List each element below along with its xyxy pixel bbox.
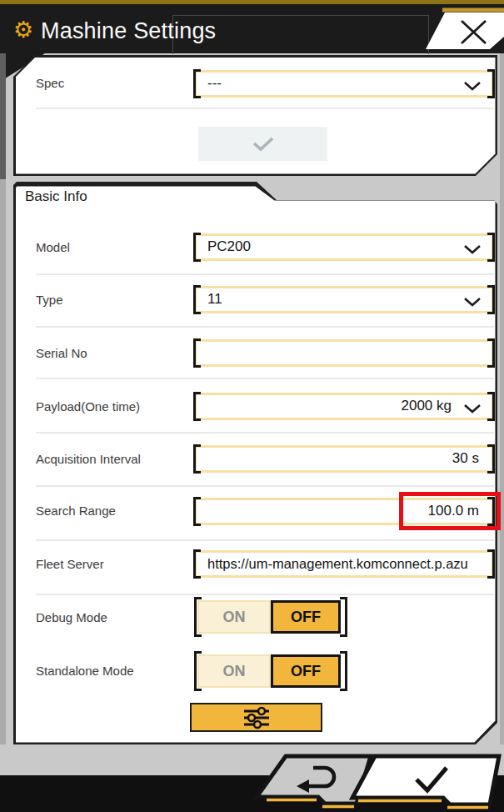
close-button-shape: [426, 13, 504, 49]
fleet-server-input[interactable]: https://um-management.komconnect.p.azu: [194, 550, 494, 578]
debug-mode-label: Debug Mode: [36, 610, 107, 624]
chevron-down-icon: [463, 297, 482, 308]
debug-mode-off-option[interactable]: OFF: [271, 600, 341, 634]
sliders-icon: [241, 706, 272, 729]
spec-value: ---: [197, 73, 492, 95]
divider: [36, 273, 494, 275]
model-label: Model: [36, 240, 70, 254]
divider: [36, 108, 494, 109]
divider: [36, 594, 494, 595]
divider: [36, 539, 494, 541]
debug-mode-toggle[interactable]: ON OFF: [197, 600, 344, 634]
serial-no-input[interactable]: [194, 339, 494, 367]
debug-mode-on-option[interactable]: ON: [197, 600, 271, 634]
standalone-mode-off-option[interactable]: OFF: [271, 654, 341, 688]
acquisition-interval-label: Acquisition Interval: [36, 452, 141, 466]
type-value: 11: [197, 288, 492, 311]
confirm-button[interactable]: [352, 756, 499, 808]
page-title: Mashine Settings: [41, 18, 216, 44]
chevron-down-icon: [463, 244, 482, 255]
payload-label: Payload(One time): [36, 399, 140, 414]
spec-label: Spec: [36, 76, 64, 90]
serial-no-value: [197, 342, 492, 364]
standalone-mode-label: Standalone Mode: [36, 664, 134, 678]
right-edge-shade: [500, 53, 504, 744]
advanced-settings-button[interactable]: [190, 703, 322, 732]
check-icon: [252, 136, 275, 152]
fleet-server-value: https://um-management.komconnect.p.azu: [197, 553, 492, 575]
payload-value: 2000 kg: [197, 395, 492, 418]
standalone-mode-on-option[interactable]: ON: [197, 654, 271, 688]
chevron-down-icon: [463, 81, 482, 92]
search-range-label: Search Range: [36, 504, 116, 518]
fleet-server-label: Fleet Server: [36, 557, 104, 571]
acquisition-interval-input[interactable]: 30 s: [194, 445, 494, 473]
standalone-mode-toggle[interactable]: ON OFF: [197, 654, 344, 688]
acquisition-interval-value: 30 s: [197, 448, 492, 470]
footer-buttons: [242, 746, 504, 812]
left-edge-shade-lower: [0, 179, 6, 744]
spec-apply-button[interactable]: [198, 127, 327, 161]
toggle-bracket-right: [340, 651, 347, 691]
toggle-bracket-left: [194, 651, 202, 691]
type-select[interactable]: 11: [194, 286, 494, 313]
type-label: Type: [36, 293, 63, 307]
left-edge-shade: [0, 53, 6, 179]
payload-select[interactable]: 2000 kg: [194, 393, 494, 420]
gear-icon: ⚙: [13, 18, 33, 43]
divider: [36, 326, 494, 328]
serial-no-label: Serial No: [36, 346, 87, 360]
divider: [36, 485, 494, 487]
chevron-down-icon: [463, 403, 482, 414]
spec-select[interactable]: ---: [194, 70, 494, 98]
basic-info-title: Basic Info: [25, 188, 87, 205]
toggle-bracket-right: [340, 597, 347, 637]
divider: [36, 432, 494, 434]
close-button[interactable]: [417, 7, 504, 52]
annotation-highlight-box: [399, 492, 501, 530]
model-value: PC200: [197, 236, 492, 258]
model-select[interactable]: PC200: [194, 233, 494, 261]
toggle-bracket-left: [194, 597, 202, 637]
divider: [36, 378, 494, 379]
